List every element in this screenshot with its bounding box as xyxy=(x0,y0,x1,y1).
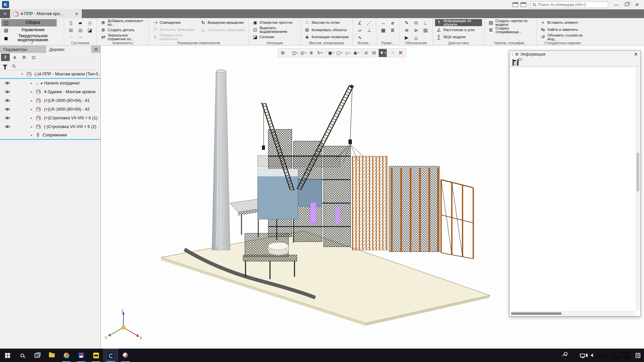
rotation-rotation-button[interactable]: ↻ Вращение-вращение xyxy=(199,19,246,26)
create-part-button[interactable]: ⊛ Создать деталь xyxy=(99,26,146,33)
info-close-button[interactable]: ✕ xyxy=(634,51,638,57)
datum-icon[interactable]: ⊳ xyxy=(412,26,421,34)
weld-icon[interactable]: △ xyxy=(412,34,421,41)
create-drawing-button[interactable]: ▤ Создать чертеж по модели xyxy=(487,19,534,26)
nav-item-assembly[interactable]: ◫ Сборка xyxy=(1,19,57,26)
cut-extrude-button[interactable]: ⊡ Вырезать выдавливанием xyxy=(251,26,298,34)
tab-tree[interactable]: Дерево xyxy=(46,46,92,53)
document-tab[interactable]: 4-ППР - Монтаж кро... ✕ xyxy=(10,9,82,18)
zoom-icon[interactable]: ◎▾ xyxy=(299,49,307,57)
tab-close-icon[interactable]: ✕ xyxy=(75,11,78,16)
visibility-eye-icon[interactable] xyxy=(5,116,10,121)
pan-icon[interactable]: ⊕ xyxy=(308,49,316,57)
expander-icon[interactable]: ▾ xyxy=(21,72,26,76)
scrollbar-thumb[interactable] xyxy=(637,153,639,191)
expander-icon[interactable]: ▸ xyxy=(31,116,36,120)
tree-item-sling-2[interactable]: ▸ (-)Строповка VII-VIII + К (2) xyxy=(0,122,100,131)
visibility-eye-icon[interactable] xyxy=(5,90,10,95)
menu-item[interactable] xyxy=(78,3,84,6)
clip-view-icon[interactable]: ⊟ xyxy=(370,49,378,57)
expander-icon[interactable]: ▸ xyxy=(31,108,36,111)
aux-plane-icon[interactable]: ▱ xyxy=(355,26,364,34)
aux-axis-icon[interactable]: ∠ xyxy=(355,19,364,26)
menu-item[interactable] xyxy=(23,3,30,6)
tree-search-box[interactable] xyxy=(10,64,100,68)
close-window-button[interactable]: ✕ xyxy=(632,1,642,9)
print-icon[interactable]: ⊟ xyxy=(66,26,75,34)
insert-element-button[interactable]: + Вставить элемент xyxy=(539,19,586,26)
info-title-bar[interactable]: ⁞⁞ ⚙ Информация ✕ xyxy=(509,51,640,58)
panel-settings-gear-icon[interactable]: ⚙ xyxy=(92,46,100,53)
command-search-input[interactable] xyxy=(538,2,606,7)
minimize-button[interactable]: — xyxy=(611,1,621,9)
section-view-icon[interactable]: ⊘ xyxy=(362,49,370,57)
language-indicator[interactable]: РУС xyxy=(596,349,608,362)
move-component-button[interactable]: ⇕ Переместить компонент xyxy=(151,34,198,41)
menu-item[interactable] xyxy=(36,3,42,6)
new-tab-button[interactable]: + xyxy=(0,9,10,18)
object-info-button[interactable]: ? Информация об объекте xyxy=(435,19,482,26)
nav-item-solid-modeling[interactable]: ◼ Твердотельное моделирование xyxy=(1,34,57,42)
table-icon[interactable]: ▦ xyxy=(379,26,388,34)
action-center-button[interactable] xyxy=(633,349,643,362)
info-save-button[interactable] xyxy=(513,60,514,65)
menu-item[interactable] xyxy=(30,3,36,6)
save-icon[interactable]: ▣ xyxy=(85,19,94,26)
floppy-app-button[interactable] xyxy=(74,349,89,362)
marker-icon[interactable]: ✎ xyxy=(402,19,411,26)
expander-icon[interactable]: ▸ xyxy=(31,125,36,128)
create-spec-button[interactable]: ≣ Создать спецификаци... xyxy=(487,26,534,34)
kompas3d-button[interactable] xyxy=(103,349,118,362)
tree-root[interactable]: ▾ (-)4-ППР - Монтаж кровли (Тел-0, Сб... xyxy=(0,70,100,79)
menu-item[interactable] xyxy=(60,3,66,6)
add-component-button[interactable]: ⊕ Добавить компонент из... xyxy=(99,19,146,26)
aux-spline-icon[interactable]: ∿ xyxy=(355,34,364,41)
viewer-app-button[interactable] xyxy=(118,349,133,362)
expander-icon[interactable]: ▸ xyxy=(31,133,36,137)
menu-item[interactable] xyxy=(66,3,72,6)
close-command-icon[interactable]: ✕ xyxy=(397,49,405,57)
volume-button[interactable] xyxy=(588,349,595,362)
grid-array-button[interactable]: ∷ Массив по сетке xyxy=(303,19,350,26)
restore-button[interactable] xyxy=(622,1,632,9)
task-view-button[interactable] xyxy=(30,349,44,362)
visibility-icon[interactable]: ◉▾ xyxy=(352,49,360,57)
base-icon[interactable]: ∟ xyxy=(421,19,430,26)
visibility-eye-icon[interactable] xyxy=(5,107,10,112)
aux-cs-icon[interactable]: ⊥ xyxy=(365,26,374,34)
mass-properties-button[interactable]: ∑ МЦХ модели xyxy=(435,34,482,41)
new-document-icon[interactable]: ▯ xyxy=(66,19,75,26)
visibility-eye-icon[interactable] xyxy=(5,125,10,129)
mirror-component-button[interactable]: ⇄ Зеркальное отражение ко... xyxy=(99,34,146,41)
find-replace-button[interactable]: ⇆ Найти и заменить xyxy=(539,26,586,34)
tree-search-input[interactable] xyxy=(17,64,98,68)
eyedropper-icon[interactable]: ✎ xyxy=(388,49,396,57)
display-wireframe-icon[interactable]: ▢▾ xyxy=(335,49,343,57)
taskbar-search-button[interactable] xyxy=(15,349,30,362)
viewports-icon[interactable]: ◫▾ xyxy=(291,49,299,57)
save-as-icon[interactable]: ◪ xyxy=(85,26,94,34)
copy-objects-button[interactable]: ⊞ Копировать объекты xyxy=(303,26,350,34)
filter-icon[interactable]: ▼▾ xyxy=(379,49,387,57)
grid-toggle-icon[interactable]: ⊞ xyxy=(279,49,287,57)
start-button[interactable] xyxy=(0,349,15,362)
open-document-icon[interactable]: ▰ xyxy=(76,19,85,26)
tree-filter-icon[interactable] xyxy=(0,62,10,70)
taskbar-clock[interactable]: 14:08 24.07.2018 xyxy=(609,351,633,360)
menu-item[interactable] xyxy=(42,3,48,6)
tree-item-origin[interactable]: ▸ ∟ ● Начало координат xyxy=(0,79,100,87)
simple-hole-button[interactable]: ◉ Отверстие простое xyxy=(251,19,298,26)
diameter-icon[interactable]: ⌀ xyxy=(388,19,397,26)
arrow-icon[interactable]: ▶ xyxy=(402,34,411,41)
people-button[interactable] xyxy=(560,349,569,362)
tree-structure-icon[interactable]: ⫴ xyxy=(1,54,10,61)
drag-grip-icon[interactable]: ⁞⁞ xyxy=(512,53,513,56)
chrome-button[interactable] xyxy=(59,349,74,362)
redo-icon[interactable]: ↷ xyxy=(76,34,85,41)
catalog-app-button[interactable] xyxy=(89,349,103,362)
file-explorer-button[interactable] xyxy=(44,349,59,362)
tree-item-crane-42[interactable]: ▸ (+)LR-1600-(60+54) - 42 xyxy=(0,105,100,114)
aux-points-icon[interactable]: ⋰ xyxy=(365,19,374,26)
tree-item-mates[interactable]: ▸ Сопряжения xyxy=(0,131,100,140)
tree-item-building[interactable]: ▸ 4-Здание - Монтаж кровли xyxy=(0,87,100,96)
